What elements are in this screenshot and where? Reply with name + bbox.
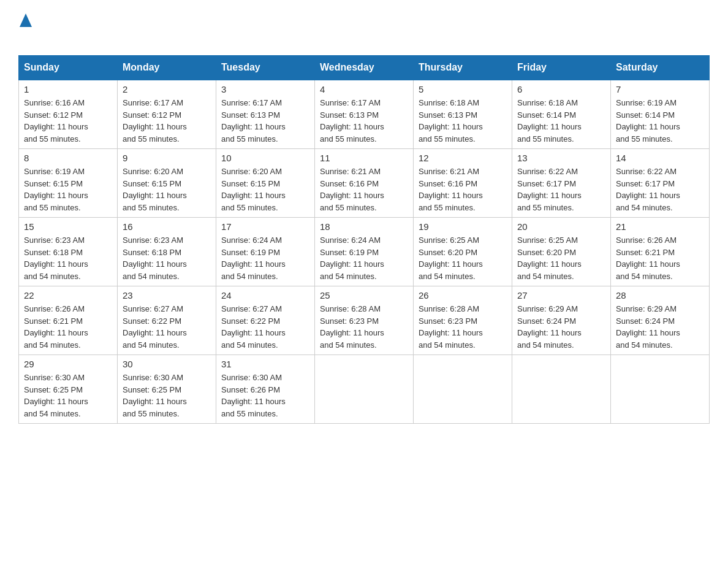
calendar-week-row-4: 22 Sunrise: 6:26 AMSunset: 6:21 PMDaylig… xyxy=(19,286,710,355)
day-info: Sunrise: 6:24 AMSunset: 6:19 PMDaylight:… xyxy=(221,236,286,281)
calendar-cell: 15 Sunrise: 6:23 AMSunset: 6:18 PMDaylig… xyxy=(19,218,118,286)
day-info: Sunrise: 6:18 AMSunset: 6:14 PMDaylight:… xyxy=(517,98,582,144)
calendar-cell: 29 Sunrise: 6:30 AMSunset: 6:25 PMDaylig… xyxy=(19,355,118,424)
calendar-cell xyxy=(315,355,414,424)
day-number: 22 xyxy=(24,290,112,301)
day-number: 25 xyxy=(320,290,408,301)
day-info: Sunrise: 6:25 AMSunset: 6:20 PMDaylight:… xyxy=(419,236,483,281)
calendar-cell: 25 Sunrise: 6:28 AMSunset: 6:23 PMDaylig… xyxy=(315,286,414,355)
day-info: Sunrise: 6:28 AMSunset: 6:23 PMDaylight:… xyxy=(320,304,384,350)
day-number: 5 xyxy=(419,84,507,94)
day-number: 4 xyxy=(320,84,408,94)
day-number: 10 xyxy=(221,153,309,163)
day-info: Sunrise: 6:23 AMSunset: 6:18 PMDaylight:… xyxy=(123,236,187,281)
calendar-cell: 9 Sunrise: 6:20 AMSunset: 6:15 PMDayligh… xyxy=(118,149,216,218)
day-number: 28 xyxy=(616,290,704,301)
svg-marker-0 xyxy=(20,13,32,27)
calendar-header-thursday: Thursday xyxy=(414,56,512,80)
page-header xyxy=(18,12,710,43)
calendar-cell: 4 Sunrise: 6:17 AMSunset: 6:13 PMDayligh… xyxy=(315,80,414,149)
calendar-header-monday: Monday xyxy=(118,56,216,80)
calendar-cell: 31 Sunrise: 6:30 AMSunset: 6:26 PMDaylig… xyxy=(216,355,315,424)
day-number: 1 xyxy=(24,84,112,94)
day-info: Sunrise: 6:17 AMSunset: 6:13 PMDaylight:… xyxy=(320,98,384,144)
calendar-cell: 23 Sunrise: 6:27 AMSunset: 6:22 PMDaylig… xyxy=(118,286,216,355)
calendar-cell: 2 Sunrise: 6:17 AMSunset: 6:12 PMDayligh… xyxy=(118,80,216,149)
calendar-header-row: SundayMondayTuesdayWednesdayThursdayFrid… xyxy=(19,56,710,80)
calendar-week-row-5: 29 Sunrise: 6:30 AMSunset: 6:25 PMDaylig… xyxy=(19,355,710,424)
day-info: Sunrise: 6:21 AMSunset: 6:16 PMDaylight:… xyxy=(320,167,384,212)
calendar-header-wednesday: Wednesday xyxy=(315,56,414,80)
calendar-cell: 17 Sunrise: 6:24 AMSunset: 6:19 PMDaylig… xyxy=(216,218,315,286)
day-info: Sunrise: 6:17 AMSunset: 6:12 PMDaylight:… xyxy=(123,98,187,144)
day-number: 20 xyxy=(517,221,605,232)
day-number: 13 xyxy=(517,153,605,163)
logo-triangle-icon xyxy=(20,13,32,27)
day-info: Sunrise: 6:26 AMSunset: 6:21 PMDaylight:… xyxy=(24,304,88,350)
calendar-cell: 28 Sunrise: 6:29 AMSunset: 6:24 PMDaylig… xyxy=(611,286,710,355)
day-number: 18 xyxy=(320,221,408,232)
calendar-cell: 14 Sunrise: 6:22 AMSunset: 6:17 PMDaylig… xyxy=(611,149,710,218)
day-number: 12 xyxy=(419,153,507,163)
day-number: 21 xyxy=(616,221,704,232)
day-info: Sunrise: 6:20 AMSunset: 6:15 PMDaylight:… xyxy=(221,167,286,212)
day-info: Sunrise: 6:25 AMSunset: 6:20 PMDaylight:… xyxy=(517,236,582,281)
day-number: 16 xyxy=(123,221,211,232)
calendar-cell: 3 Sunrise: 6:17 AMSunset: 6:13 PMDayligh… xyxy=(216,80,315,149)
day-number: 2 xyxy=(123,84,211,94)
calendar-cell: 18 Sunrise: 6:24 AMSunset: 6:19 PMDaylig… xyxy=(315,218,414,286)
day-info: Sunrise: 6:23 AMSunset: 6:18 PMDaylight:… xyxy=(24,236,88,281)
calendar-cell: 13 Sunrise: 6:22 AMSunset: 6:17 PMDaylig… xyxy=(512,149,611,218)
day-info: Sunrise: 6:27 AMSunset: 6:22 PMDaylight:… xyxy=(123,304,187,350)
calendar-cell xyxy=(611,355,710,424)
day-info: Sunrise: 6:30 AMSunset: 6:25 PMDaylight:… xyxy=(123,373,187,418)
calendar-cell: 10 Sunrise: 6:20 AMSunset: 6:15 PMDaylig… xyxy=(216,149,315,218)
day-number: 31 xyxy=(221,359,309,369)
calendar-cell: 24 Sunrise: 6:27 AMSunset: 6:22 PMDaylig… xyxy=(216,286,315,355)
calendar-cell: 20 Sunrise: 6:25 AMSunset: 6:20 PMDaylig… xyxy=(512,218,611,286)
calendar-week-row-2: 8 Sunrise: 6:19 AMSunset: 6:15 PMDayligh… xyxy=(19,149,710,218)
day-info: Sunrise: 6:27 AMSunset: 6:22 PMDaylight:… xyxy=(221,304,286,350)
calendar-cell: 16 Sunrise: 6:23 AMSunset: 6:18 PMDaylig… xyxy=(118,218,216,286)
calendar-header-tuesday: Tuesday xyxy=(216,56,315,80)
calendar-cell: 22 Sunrise: 6:26 AMSunset: 6:21 PMDaylig… xyxy=(19,286,118,355)
day-number: 27 xyxy=(517,290,605,301)
calendar-cell: 26 Sunrise: 6:28 AMSunset: 6:23 PMDaylig… xyxy=(414,286,512,355)
day-info: Sunrise: 6:22 AMSunset: 6:17 PMDaylight:… xyxy=(616,167,680,212)
day-info: Sunrise: 6:18 AMSunset: 6:13 PMDaylight:… xyxy=(419,98,483,144)
calendar-cell xyxy=(414,355,512,424)
calendar-cell: 8 Sunrise: 6:19 AMSunset: 6:15 PMDayligh… xyxy=(19,149,118,218)
day-number: 15 xyxy=(24,221,112,232)
day-number: 11 xyxy=(320,153,408,163)
calendar-cell: 11 Sunrise: 6:21 AMSunset: 6:16 PMDaylig… xyxy=(315,149,414,218)
day-number: 7 xyxy=(616,84,704,94)
logo xyxy=(18,12,32,43)
calendar-cell: 30 Sunrise: 6:30 AMSunset: 6:25 PMDaylig… xyxy=(118,355,216,424)
calendar-header-friday: Friday xyxy=(512,56,611,80)
calendar-week-row-1: 1 Sunrise: 6:16 AMSunset: 6:12 PMDayligh… xyxy=(19,80,710,149)
calendar-cell xyxy=(512,355,611,424)
calendar-cell: 1 Sunrise: 6:16 AMSunset: 6:12 PMDayligh… xyxy=(19,80,118,149)
calendar-cell: 7 Sunrise: 6:19 AMSunset: 6:14 PMDayligh… xyxy=(611,80,710,149)
day-info: Sunrise: 6:20 AMSunset: 6:15 PMDaylight:… xyxy=(123,167,187,212)
day-number: 6 xyxy=(517,84,605,94)
day-number: 23 xyxy=(123,290,211,301)
day-info: Sunrise: 6:30 AMSunset: 6:25 PMDaylight:… xyxy=(24,373,88,418)
day-number: 19 xyxy=(419,221,507,232)
day-info: Sunrise: 6:28 AMSunset: 6:23 PMDaylight:… xyxy=(419,304,483,350)
calendar-cell: 5 Sunrise: 6:18 AMSunset: 6:13 PMDayligh… xyxy=(414,80,512,149)
day-number: 30 xyxy=(123,359,211,369)
day-info: Sunrise: 6:19 AMSunset: 6:15 PMDaylight:… xyxy=(24,167,88,212)
day-info: Sunrise: 6:29 AMSunset: 6:24 PMDaylight:… xyxy=(616,304,680,350)
calendar-cell: 21 Sunrise: 6:26 AMSunset: 6:21 PMDaylig… xyxy=(611,218,710,286)
day-number: 14 xyxy=(616,153,704,163)
day-info: Sunrise: 6:16 AMSunset: 6:12 PMDaylight:… xyxy=(24,98,88,144)
day-number: 26 xyxy=(419,290,507,301)
day-number: 9 xyxy=(123,153,211,163)
day-info: Sunrise: 6:29 AMSunset: 6:24 PMDaylight:… xyxy=(517,304,582,350)
day-info: Sunrise: 6:19 AMSunset: 6:14 PMDaylight:… xyxy=(616,98,680,144)
calendar-header-sunday: Sunday xyxy=(19,56,118,80)
calendar-cell: 6 Sunrise: 6:18 AMSunset: 6:14 PMDayligh… xyxy=(512,80,611,149)
day-number: 29 xyxy=(24,359,112,369)
day-info: Sunrise: 6:30 AMSunset: 6:26 PMDaylight:… xyxy=(221,373,286,418)
